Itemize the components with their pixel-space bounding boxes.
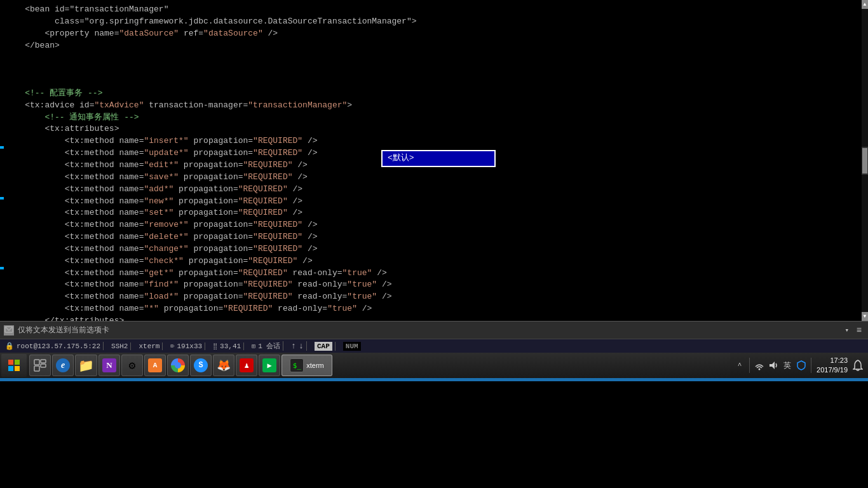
app1-icon: A: [148, 358, 162, 372]
left-indicator: [0, 0, 4, 321]
language-icon[interactable]: 英: [782, 360, 793, 371]
onenote-button[interactable]: N: [98, 355, 120, 376]
firefox-icon: 🦊: [217, 358, 231, 372]
bottom-bar-fill: [0, 378, 868, 381]
send-icon: [4, 325, 14, 336]
autocomplete-popup[interactable]: <默认>: [381, 150, 496, 167]
control-icon: ⚙️: [129, 358, 136, 372]
app3-icon: ♟: [240, 358, 254, 372]
left-mark-2: [0, 197, 4, 200]
clock-date: 2017/9/19: [817, 365, 848, 375]
file-explorer-button[interactable]: 📁: [75, 355, 97, 376]
ssh-sessions-segment: ⊞ 1 会话: [249, 341, 283, 351]
app2-button[interactable]: S: [190, 355, 212, 376]
ssh-host: root@123.57.175.5:22: [17, 342, 100, 350]
position-icon: ⣿: [213, 342, 217, 350]
show-hidden-tray-button[interactable]: ^: [734, 360, 745, 371]
volume-icon[interactable]: [768, 360, 779, 371]
num-segment: NUM: [341, 342, 363, 351]
task-view-button[interactable]: [29, 355, 51, 376]
cap-segment: CAP: [312, 342, 336, 351]
svg-rect-8: [34, 366, 39, 371]
svg-point-9: [759, 369, 761, 370]
start-button[interactable]: [1, 354, 27, 377]
tray-separator-1: [749, 358, 750, 373]
ie-icon: e: [56, 358, 70, 372]
status-bar: 仅将文本发送到当前选项卡 ▾ ≡: [0, 321, 868, 339]
security-icon[interactable]: [796, 360, 807, 371]
firefox-button[interactable]: 🦊: [213, 355, 234, 376]
ssh-dimensions: 191x33: [177, 342, 202, 350]
ssh-label: SSH2: [111, 342, 128, 350]
lock-icon: 🔒: [5, 342, 14, 350]
system-clock[interactable]: 17:23 2017/9/19: [815, 356, 849, 376]
bottom-bar: [0, 378, 868, 381]
app3-button[interactable]: ♟: [236, 355, 257, 376]
svg-rect-5: [34, 360, 39, 365]
notification-button[interactable]: [851, 355, 864, 376]
xterm-label: xterm: [306, 362, 324, 369]
taskbar[interactable]: e 📁 N ⚙️ A S 🦊 ♟ ▶ $_ xterm: [0, 353, 868, 378]
ssh-sessions: 1 会话: [258, 341, 280, 351]
sessions-icon: ⊞: [252, 342, 255, 350]
svg-marker-10: [770, 362, 775, 369]
up-icon[interactable]: ↑: [291, 341, 296, 351]
svg-rect-6: [41, 360, 46, 363]
xterm-button[interactable]: $_ xterm: [281, 355, 332, 376]
chrome-icon: [171, 358, 185, 372]
chrome-button[interactable]: [167, 355, 189, 376]
autocomplete-text: <默认>: [388, 153, 414, 163]
system-tray[interactable]: ^ 英: [730, 353, 868, 378]
terminal-size-icon: ⌦: [170, 342, 174, 350]
ssh-term-segment: xterm: [136, 342, 163, 350]
left-mark-1: [0, 146, 4, 149]
num-badge: NUM: [343, 342, 361, 351]
status-bar-left: 仅将文本发送到当前选项卡: [4, 325, 844, 336]
left-mark-3: [0, 267, 4, 269]
cap-badge: CAP: [315, 342, 332, 351]
status-menu-icon[interactable]: ≡: [854, 325, 864, 336]
down-icon[interactable]: ↓: [299, 341, 304, 351]
onenote-icon: N: [102, 358, 116, 372]
ie-button[interactable]: e: [52, 355, 74, 376]
app2-icon: S: [194, 358, 208, 372]
xterm-label: xterm: [139, 342, 159, 350]
scrollbar-down[interactable]: ▼: [862, 312, 868, 321]
tray-separator-2: [811, 358, 811, 373]
network-icon[interactable]: [754, 360, 765, 371]
status-bar-right[interactable]: ▾ ≡: [844, 325, 864, 336]
terminal[interactable]: <bean id="transactionManager" class="org…: [0, 0, 868, 321]
ssh-scroll-segment[interactable]: ↑ ↓: [288, 341, 307, 351]
xterm-icon: $_: [290, 358, 304, 372]
status-send-text: 仅将文本发送到当前选项卡: [18, 325, 109, 336]
terminal-scrollbar[interactable]: ▲ ▼: [862, 0, 868, 321]
ssh-dimensions-segment: ⌦ 191x33: [168, 342, 205, 350]
svg-rect-7: [41, 364, 46, 367]
ssh-bar: 🔒 root@123.57.175.5:22 SSH2 xterm ⌦ 191x…: [0, 339, 868, 353]
ssh-protocol-segment: SSH2: [109, 342, 131, 350]
language-label: 英: [783, 360, 791, 371]
svg-rect-2: [15, 360, 20, 365]
app4-icon: ▶: [262, 358, 276, 372]
status-dropdown[interactable]: ▾: [844, 326, 849, 334]
svg-rect-3: [8, 366, 13, 371]
folder-icon: 📁: [78, 358, 94, 374]
svg-rect-4: [15, 366, 20, 371]
scrollbar-up[interactable]: ▲: [862, 0, 868, 9]
ssh-position: 33,41: [220, 342, 241, 350]
svg-rect-1: [8, 360, 13, 365]
ssh-host-segment: 🔒 root@123.57.175.5:22: [3, 342, 104, 350]
ssh-position-segment: ⣿ 33,41: [210, 342, 244, 350]
scrollbar-thumb[interactable]: [862, 148, 867, 173]
clock-time: 17:23: [830, 356, 848, 365]
app1-button[interactable]: A: [144, 355, 166, 376]
app4-button[interactable]: ▶: [259, 355, 280, 376]
control-panel-button[interactable]: ⚙️: [121, 355, 143, 376]
